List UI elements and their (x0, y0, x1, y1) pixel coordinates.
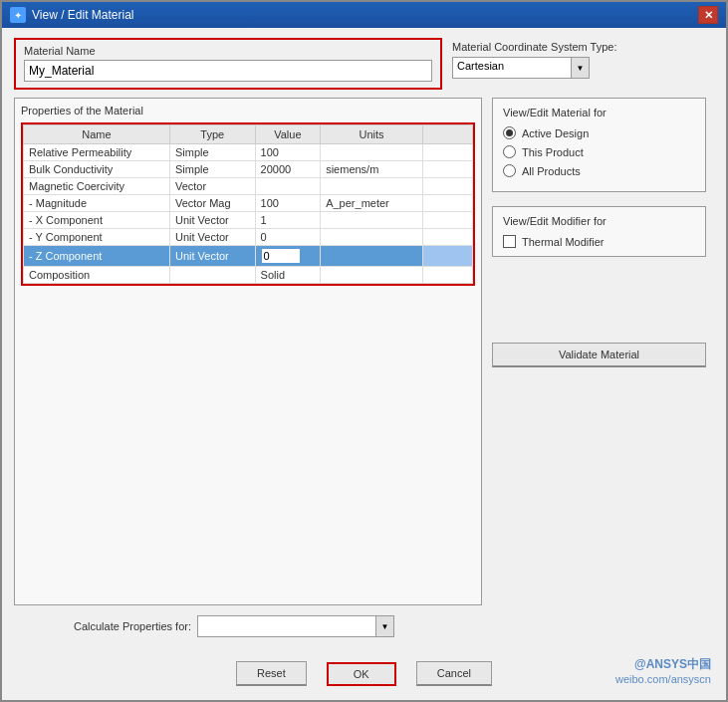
cell-units (321, 144, 423, 161)
calculate-label: Calculate Properties for: (74, 620, 191, 632)
table-row[interactable]: - Z ComponentUnit Vector (24, 246, 473, 267)
radio-all-products[interactable]: All Products (503, 164, 695, 177)
radio-all-products-label: All Products (522, 165, 581, 177)
cell-value (255, 178, 321, 195)
coordinate-value[interactable]: Cartesian (452, 57, 572, 79)
cell-extra (423, 229, 473, 246)
cell-value[interactable] (255, 246, 321, 267)
table-row[interactable]: - MagnitudeVector Mag100A_per_meter (24, 195, 473, 212)
radio-this-product[interactable]: This Product (503, 145, 695, 158)
cell-units (321, 267, 423, 284)
view-edit-title: View/Edit Material for (503, 107, 695, 118)
calculate-arrow[interactable]: ▼ (376, 615, 394, 637)
main-content: Material Name Material Coordinate System… (2, 28, 726, 696)
radio-this-product-label: This Product (522, 146, 584, 158)
cell-name: Relative Permeability (24, 144, 170, 161)
cell-units (321, 212, 423, 229)
radio-active-design[interactable]: Active Design (503, 126, 695, 139)
thermal-modifier-label: Thermal Modifier (522, 236, 605, 248)
cell-name: Magnetic Coercivity (24, 178, 170, 195)
reset-button[interactable]: Reset (236, 661, 307, 686)
view-edit-group: View/Edit Material for Active Design Thi… (492, 98, 706, 192)
cell-type: Vector Mag (169, 195, 255, 212)
col-value: Value (255, 125, 321, 144)
cell-value: 0 (255, 229, 321, 246)
cell-extra (423, 195, 473, 212)
col-name: Name (24, 125, 170, 144)
cell-units (321, 178, 423, 195)
cell-name: - Magnitude (24, 195, 170, 212)
radio-active-design-label: Active Design (522, 127, 589, 139)
right-panel: View/Edit Material for Active Design Thi… (492, 98, 706, 605)
material-name-input[interactable] (24, 60, 432, 82)
window-title: View / Edit Material (32, 8, 134, 22)
title-bar: ✦ View / Edit Material ✕ (2, 2, 726, 28)
coordinate-arrow[interactable]: ▼ (572, 57, 590, 79)
col-extra (423, 125, 473, 144)
cell-type (169, 267, 255, 284)
cell-extra (423, 144, 473, 161)
cancel-button[interactable]: Cancel (416, 661, 492, 686)
watermark: @ANSYS中国 weibo.com/ansyscn (615, 656, 711, 685)
cell-extra (423, 178, 473, 195)
cell-name: - Z Component (24, 246, 170, 267)
modifier-group: View/Edit Modifier for Thermal Modifier (492, 206, 706, 257)
cell-units (321, 229, 423, 246)
material-name-box: Material Name (14, 38, 442, 90)
properties-table-wrapper: Name Type Value Units Relative Permeabil… (21, 122, 475, 286)
buttons-row: Reset OK Cancel (236, 661, 492, 686)
properties-table: Name Type Value Units Relative Permeabil… (23, 124, 473, 284)
cell-extra (423, 161, 473, 178)
table-row[interactable]: Magnetic CoercivityVector (24, 178, 473, 195)
close-button[interactable]: ✕ (698, 6, 718, 24)
main-window: ✦ View / Edit Material ✕ Material Name M… (0, 0, 728, 702)
cell-extra (423, 246, 473, 267)
cell-units: A_per_meter (321, 195, 423, 212)
radio-active-design-circle[interactable] (503, 126, 516, 139)
cell-type: Simple (169, 144, 255, 161)
modifier-title: View/Edit Modifier for (503, 215, 695, 227)
cell-value: Solid (255, 267, 321, 284)
table-row[interactable]: - Y ComponentUnit Vector0 (24, 229, 473, 246)
radio-all-products-circle[interactable] (503, 164, 516, 177)
cell-units (321, 246, 423, 267)
table-row[interactable]: Bulk ConductivitySimple20000siemens/m (24, 161, 473, 178)
table-row[interactable]: - X ComponentUnit Vector1 (24, 212, 473, 229)
cell-type: Unit Vector (169, 229, 255, 246)
coordinate-combo[interactable]: Cartesian ▼ (452, 57, 590, 79)
thermal-modifier-checkbox[interactable] (503, 235, 516, 248)
properties-group-label: Properties of the Material (21, 105, 475, 117)
app-icon: ✦ (10, 7, 26, 23)
table-row[interactable]: CompositionSolid (24, 267, 473, 284)
cell-name: Composition (24, 267, 170, 284)
ok-button[interactable]: OK (327, 662, 396, 686)
cell-type: Unit Vector (169, 212, 255, 229)
material-name-label: Material Name (24, 45, 432, 57)
cell-value: 1 (255, 212, 321, 229)
watermark-line2: weibo.com/ansyscn (615, 673, 711, 685)
cell-type: Simple (169, 161, 255, 178)
coordinate-label: Material Coordinate System Type: (452, 41, 616, 53)
cell-value-input[interactable] (261, 248, 301, 264)
cell-type: Unit Vector (169, 246, 255, 267)
properties-group: Properties of the Material Name Type Val… (14, 98, 482, 605)
cell-extra (423, 212, 473, 229)
col-units: Units (321, 125, 423, 144)
table-row[interactable]: Relative PermeabilitySimple100 (24, 144, 473, 161)
cell-value: 100 (255, 144, 321, 161)
cell-name: Bulk Conductivity (24, 161, 170, 178)
radio-this-product-circle[interactable] (503, 145, 516, 158)
cell-value: 20000 (255, 161, 321, 178)
header-row: Material Name Material Coordinate System… (14, 38, 714, 90)
cell-value: 100 (255, 195, 321, 212)
cell-extra (423, 267, 473, 284)
cell-units: siemens/m (321, 161, 423, 178)
thermal-modifier-option[interactable]: Thermal Modifier (503, 235, 695, 248)
calculate-input[interactable] (197, 615, 376, 637)
cell-name: - X Component (24, 212, 170, 229)
cell-name: - Y Component (24, 229, 170, 246)
validate-button[interactable]: Validate Material (492, 343, 706, 367)
main-row: Properties of the Material Name Type Val… (14, 98, 714, 605)
col-type: Type (169, 125, 255, 144)
watermark-line1: @ANSYS中国 (615, 656, 711, 673)
